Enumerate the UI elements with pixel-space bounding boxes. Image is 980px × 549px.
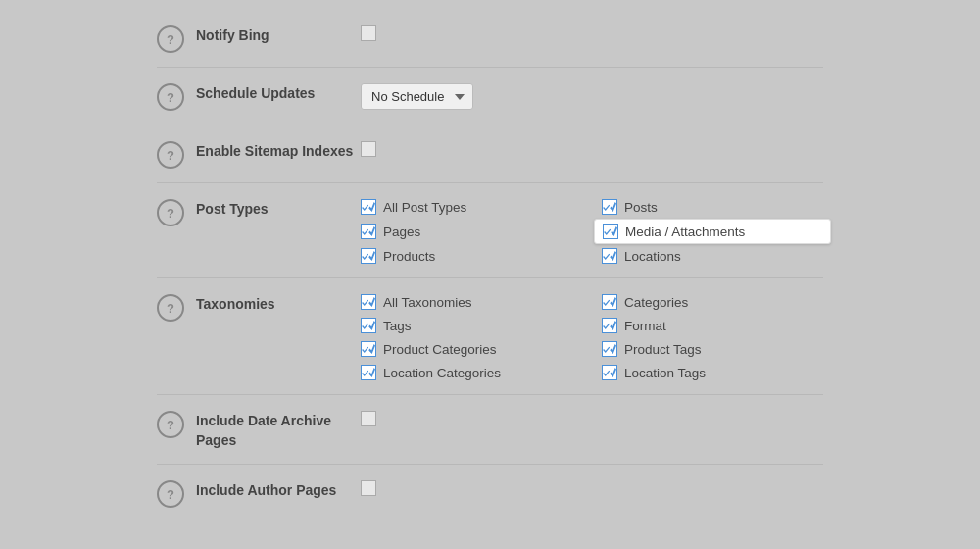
- schedule-updates-select[interactable]: No Schedule Daily Weekly Monthly: [361, 83, 473, 110]
- post-types-products-checkbox[interactable]: [361, 248, 376, 264]
- post-types-row: ? Post Types All Post Types Posts: [157, 183, 823, 278]
- enable-sitemap-indexes-row: ? Enable Sitemap Indexes: [157, 125, 823, 183]
- taxonomies-grid: All Taxonomies Categories Tags: [361, 294, 823, 380]
- notify-bing-checkbox[interactable]: [361, 25, 376, 41]
- post-types-grid: All Post Types Posts Pages: [361, 199, 823, 264]
- taxonomies-row: ? Taxonomies All Taxonomies Categorie: [157, 278, 823, 395]
- taxonomies-product-tags-item: Product Tags: [602, 341, 823, 357]
- include-author-pages-label: Include Author Pages: [184, 478, 361, 501]
- schedule-updates-label: Schedule Updates: [184, 81, 361, 104]
- taxonomies-location-categories-item: Location Categories: [361, 365, 582, 380]
- post-types-posts-label: Posts: [624, 200, 658, 215]
- include-author-pages-help-icon[interactable]: ?: [157, 480, 184, 508]
- post-types-media-attachments-label: Media / Attachments: [625, 225, 745, 239]
- post-types-label: Post Types: [184, 197, 361, 220]
- include-date-archive-pages-label: Include Date Archive Pages: [184, 409, 361, 450]
- taxonomies-product-tags-checkbox[interactable]: [602, 341, 617, 357]
- taxonomies-format-item: Format: [602, 318, 823, 333]
- taxonomies-control: All Taxonomies Categories Tags: [361, 292, 823, 380]
- post-types-pages-label: Pages: [383, 225, 420, 239]
- taxonomies-location-tags-checkbox[interactable]: [602, 365, 617, 380]
- taxonomies-all-taxonomies-label: All Taxonomies: [383, 295, 472, 310]
- enable-sitemap-indexes-label: Enable Sitemap Indexes: [184, 139, 361, 162]
- taxonomies-all-taxonomies-checkbox[interactable]: [361, 294, 376, 310]
- notify-bing-control: [361, 24, 823, 41]
- taxonomies-product-categories-item: Product Categories: [361, 341, 582, 357]
- include-author-pages-row: ? Include Author Pages: [157, 465, 823, 522]
- taxonomies-tags-label: Tags: [383, 319, 412, 333]
- post-types-posts-checkbox[interactable]: [602, 199, 617, 215]
- post-types-media-attachments-item: Media / Attachments: [594, 219, 831, 244]
- taxonomies-location-tags-item: Location Tags: [602, 365, 823, 380]
- taxonomies-format-checkbox[interactable]: [602, 318, 617, 333]
- page-container: ? Notify Bing ? Schedule Updates No Sche…: [0, 0, 980, 549]
- post-types-products-item: Products: [361, 248, 582, 264]
- post-types-control: All Post Types Posts Pages: [361, 197, 823, 264]
- taxonomies-categories-item: Categories: [602, 294, 823, 310]
- include-date-archive-pages-help-icon[interactable]: ?: [157, 411, 184, 438]
- taxonomies-format-label: Format: [624, 319, 666, 333]
- enable-sitemap-indexes-control: [361, 139, 823, 157]
- taxonomies-categories-checkbox[interactable]: [602, 294, 617, 310]
- include-author-pages-control: [361, 478, 823, 496]
- post-types-pages-item: Pages: [361, 223, 582, 240]
- schedule-updates-help-icon[interactable]: ?: [157, 83, 184, 111]
- schedule-updates-row: ? Schedule Updates No Schedule Daily Wee…: [157, 68, 823, 125]
- post-types-all-post-types-label: All Post Types: [383, 200, 466, 215]
- taxonomies-product-categories-checkbox[interactable]: [361, 341, 376, 357]
- notify-bing-row: ? Notify Bing: [157, 10, 823, 68]
- post-types-locations-checkbox[interactable]: [602, 248, 617, 264]
- enable-sitemap-indexes-checkbox[interactable]: [361, 141, 376, 157]
- notify-bing-label: Notify Bing: [184, 24, 361, 46]
- include-date-archive-pages-control: [361, 409, 823, 426]
- post-types-posts-item: Posts: [602, 199, 823, 215]
- post-types-help-icon[interactable]: ?: [157, 199, 184, 226]
- schedule-updates-control: No Schedule Daily Weekly Monthly: [361, 81, 823, 110]
- taxonomies-tags-checkbox[interactable]: [361, 318, 376, 333]
- taxonomies-all-taxonomies-item: All Taxonomies: [361, 294, 582, 310]
- enable-sitemap-indexes-help-icon[interactable]: ?: [157, 141, 184, 169]
- post-types-locations-label: Locations: [624, 249, 681, 264]
- taxonomies-label: Taxonomies: [184, 292, 361, 315]
- notify-bing-help-icon[interactable]: ?: [157, 25, 184, 53]
- taxonomies-location-categories-label: Location Categories: [383, 366, 501, 380]
- taxonomies-categories-label: Categories: [624, 295, 688, 310]
- include-date-archive-pages-checkbox[interactable]: [361, 411, 376, 426]
- post-types-pages-checkbox[interactable]: [361, 224, 376, 239]
- taxonomies-product-categories-label: Product Categories: [383, 342, 497, 357]
- post-types-all-post-types-item: All Post Types: [361, 199, 582, 215]
- settings-panel: ? Notify Bing ? Schedule Updates No Sche…: [157, 10, 823, 522]
- post-types-media-attachments-checkbox[interactable]: [603, 224, 618, 239]
- taxonomies-help-icon[interactable]: ?: [157, 294, 184, 322]
- taxonomies-location-tags-label: Location Tags: [624, 366, 706, 380]
- include-author-pages-checkbox[interactable]: [361, 480, 376, 496]
- taxonomies-location-categories-checkbox[interactable]: [361, 365, 376, 380]
- post-types-locations-item: Locations: [602, 248, 823, 264]
- post-types-all-post-types-checkbox[interactable]: [361, 199, 376, 215]
- taxonomies-product-tags-label: Product Tags: [624, 342, 702, 357]
- post-types-products-label: Products: [383, 249, 435, 264]
- include-date-archive-pages-row: ? Include Date Archive Pages: [157, 395, 823, 465]
- taxonomies-tags-item: Tags: [361, 318, 582, 333]
